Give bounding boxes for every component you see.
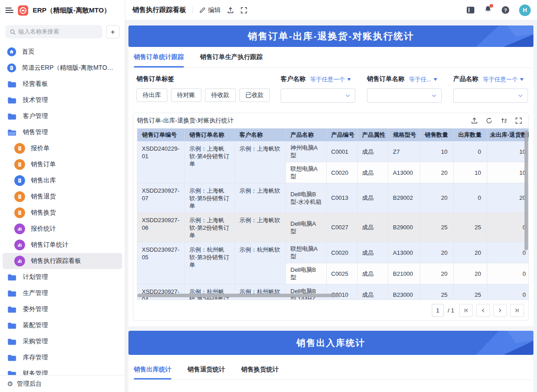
- table-cell: 20: [454, 242, 487, 263]
- prev-page-button[interactable]: [476, 304, 490, 317]
- sidebar-item-15[interactable]: 生产管理: [3, 285, 122, 301]
- table-cell: 示例：杭州帆软-第2份销售订单: [185, 284, 235, 300]
- sidebar-item-14[interactable]: 计划管理: [3, 269, 122, 285]
- sidebar-item-11[interactable]: 报价统计: [3, 221, 122, 237]
- table-row[interactable]: XSDD230927-06示例：上海帆软-第2份销售订单示例：上海帆软Dell电…: [137, 213, 528, 242]
- sidebar-item-label: 销售出库: [31, 177, 56, 185]
- sidebar-item-0[interactable]: 首页: [3, 44, 122, 60]
- sidebar-item-10[interactable]: 销售换货: [3, 205, 122, 221]
- share-button[interactable]: [227, 7, 234, 14]
- panel-toggle-icon[interactable]: [467, 7, 474, 13]
- column-header-6: 规格型号: [388, 129, 420, 141]
- tab-tabs2-2[interactable]: 销售换货统计: [241, 359, 279, 379]
- filter-select[interactable]: [281, 89, 355, 103]
- page-input[interactable]: [432, 304, 444, 317]
- filter-operator-link[interactable]: 等于任...: [409, 76, 437, 84]
- tab-tabs1-0[interactable]: 销售订单统计跟踪: [134, 47, 184, 67]
- help-button[interactable]: ?: [502, 6, 509, 14]
- pagination: / 1: [133, 300, 528, 320]
- table-cell: XSDD230927-06: [137, 213, 185, 242]
- search-input[interactable]: 输入名称来搜索: [5, 25, 102, 38]
- tag-button-2[interactable]: 待收款: [205, 89, 236, 102]
- sidebar-item-label: 客户管理: [23, 112, 48, 120]
- table-row[interactable]: XSDD230927-07示例：上海帆软-第5份销售订单示例：上海帆软Dell电…: [137, 183, 528, 213]
- table-row[interactable]: XSDD240229-01示例：上海帆软-第4份销售订单示例：上海帆软神州电脑A…: [137, 141, 528, 162]
- caret-down-icon: [347, 78, 351, 81]
- sidebar-item-18[interactable]: 采购管理: [3, 333, 122, 350]
- column-header-8: 出库数量: [454, 129, 487, 141]
- horizontal-scrollbar[interactable]: [137, 294, 340, 297]
- fullscreen-button[interactable]: [240, 7, 247, 14]
- sidebar-item-4[interactable]: 客户管理: [3, 108, 122, 124]
- first-page-button[interactable]: [459, 304, 473, 317]
- table-cell: C0027: [327, 213, 358, 242]
- folder-icon: [7, 290, 17, 297]
- sidebar-item-label: 采购管理: [23, 337, 48, 346]
- section1-banner-title: 销售订单-出库-退换货-对账执行统计: [248, 30, 414, 42]
- tab-tabs1-1[interactable]: 销售订单生产执行跟踪: [200, 47, 263, 67]
- sales-execution-table: 销售订单编号销售订单名称客户名称产品名称产品编号产品属性规格型号销售数量出库数量…: [137, 129, 528, 300]
- chevron-down-icon: [518, 93, 523, 98]
- filter-group-2: 产品名称等于任意一个: [453, 75, 528, 103]
- column-header-1: 销售订单名称: [185, 129, 235, 141]
- menu-toggle-icon[interactable]: [5, 8, 13, 13]
- bar-chart-icon: [14, 223, 25, 234]
- sidebar-item-19[interactable]: 库存管理: [3, 350, 122, 366]
- search-icon: [10, 29, 16, 35]
- table-cell: 0: [487, 242, 528, 263]
- next-page-button[interactable]: [493, 304, 507, 317]
- sidebar-item-5[interactable]: 销售管理: [3, 124, 122, 140]
- table-row[interactable]: XSDD230927-05示例：杭州帆软-第3份销售订单示例：杭州帆软联想电脑A…: [137, 242, 528, 263]
- avatar[interactable]: H: [519, 4, 531, 16]
- tab-tabs2-1[interactable]: 销售退货统计: [188, 359, 225, 379]
- filter-group-0: 客户名称等于任意一个: [281, 75, 355, 103]
- export-button[interactable]: [471, 117, 478, 124]
- refresh-button[interactable]: [486, 117, 493, 124]
- sidebar-item-20[interactable]: 财务管理: [3, 366, 122, 375]
- notifications-button[interactable]: [484, 5, 492, 15]
- table-cell: 10: [454, 162, 487, 183]
- sidebar-item-1[interactable]: 简道云ERP（精细版-离散MTO）「...: [3, 60, 122, 76]
- export-icon: [471, 117, 478, 124]
- section1-banner: 销售订单-出库-退换货-对账执行统计: [128, 25, 533, 47]
- sidebar-item-9[interactable]: 销售退货: [3, 189, 122, 205]
- sidebar-item-admin[interactable]: ⚙ 管理后台: [0, 375, 125, 392]
- filter-select[interactable]: [453, 89, 528, 103]
- sidebar-item-13[interactable]: 销售执行跟踪看板: [3, 253, 122, 269]
- sidebar-item-12[interactable]: 销售订单统计: [3, 237, 122, 253]
- table-row[interactable]: XSDD230927-04示例：杭州帆软-第2份销售订单示例：杭州帆软Dell电…: [137, 284, 528, 300]
- sidebar-item-3[interactable]: 技术管理: [3, 92, 122, 108]
- folder-icon: [7, 113, 17, 120]
- tag-button-3[interactable]: 已收款: [239, 89, 270, 102]
- folder-icon: [7, 370, 17, 375]
- add-button[interactable]: +: [106, 25, 119, 38]
- sidebar-item-8[interactable]: 销售出库: [3, 173, 122, 189]
- sidebar-item-7[interactable]: 销售订单: [3, 156, 122, 173]
- sidebar-item-16[interactable]: 委外管理: [3, 301, 122, 317]
- filter-select[interactable]: [367, 89, 442, 103]
- sidebar-item-label: 简道云ERP（精细版-离散MTO）「...: [22, 64, 118, 72]
- table-cell: 示例：上海帆软-第4份销售订单: [185, 141, 235, 183]
- table-cell: 20: [454, 263, 487, 284]
- section1-tabbar: 销售订单统计跟踪销售订单生产执行跟踪: [128, 47, 533, 68]
- edit-button[interactable]: 编辑: [199, 6, 221, 14]
- sidebar-item-6[interactable]: 报价单: [3, 140, 122, 156]
- tag-button-0[interactable]: 待出库: [136, 89, 167, 102]
- dashboard-content: 销售订单-出库-退换货-对账执行统计 销售订单统计跟踪销售订单生产执行跟踪 销售…: [125, 21, 537, 392]
- table-fullscreen-button[interactable]: [515, 117, 522, 124]
- table-cell: C0025: [327, 263, 358, 284]
- section-gap: [128, 326, 533, 331]
- folder-icon: [7, 80, 17, 88]
- tag-button-1[interactable]: 待对账: [171, 89, 202, 102]
- tab-tabs2-0[interactable]: 销售出库统计: [134, 359, 171, 379]
- caret-down-icon: [520, 78, 524, 81]
- last-page-button[interactable]: [510, 304, 524, 317]
- vertical-scrollbar[interactable]: [524, 131, 528, 250]
- filter-operator-link[interactable]: 等于任意一个: [310, 76, 351, 84]
- sidebar-item-2[interactable]: 经营看板: [3, 76, 122, 92]
- bar-chart-icon: [14, 240, 25, 250]
- filter-operator-link[interactable]: 等于任意一个: [483, 76, 524, 84]
- app-root: ERP（精细版-离散MTO） 输入名称来搜索 + 首页简道云ERP（精细版-离散…: [0, 0, 537, 392]
- custom-sort-button[interactable]: [500, 117, 507, 124]
- sidebar-item-17[interactable]: 装配管理: [3, 317, 122, 333]
